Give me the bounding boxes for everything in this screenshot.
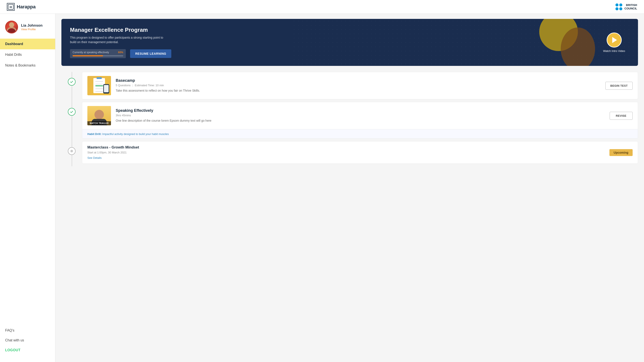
habit-drill-label: Habit Drill: (87, 132, 102, 136)
course-info-speaking: Speaking Effectively 3hrs 45mins One lin… (116, 108, 605, 123)
progress-bar-fill (72, 55, 103, 56)
course-time: Estimated Time: 10 min (135, 84, 164, 87)
play-triangle-icon (612, 37, 617, 43)
sidebar-user-section: Lia Johnson View Profile (0, 14, 55, 39)
meta-separator: | (132, 84, 133, 87)
hero-banner: Manager Excellence Program This program … (62, 19, 638, 66)
course-name-speaking: Speaking Effectively (116, 108, 605, 113)
course-row-masterclass: Masterclass - Growth Mindset Start at 1:… (62, 141, 638, 164)
bc-dot-2 (619, 3, 622, 6)
upcoming-text: Upcoming (614, 151, 628, 154)
sidebar-item-habit-drills[interactable]: Habit Drills (0, 49, 55, 60)
course-meta-basecamp: 5 Questions | Estimated Time: 10 min (116, 84, 601, 87)
hero-description: This program is designed to offer partic… (70, 35, 164, 44)
sidebar-item-faqs[interactable]: FAQ's (0, 326, 55, 335)
course-questions: 5 Questions (116, 84, 130, 87)
clipboard-check (95, 85, 103, 86)
resume-learning-button[interactable]: RESUME LEARNING (130, 49, 171, 58)
sidebar: Lia Johnson View Profile Dashboard Habit… (0, 14, 56, 362)
bc-text: BRITISH COUNCIL (624, 3, 637, 10)
upcoming-badge-wrap: Upcoming (610, 145, 632, 160)
progress-bar-bg (72, 55, 123, 56)
watch-intro-section[interactable]: Watch Intro Video (603, 32, 625, 52)
begin-test-button[interactable]: BEGIN TEST (605, 82, 632, 90)
masterclass-card: Masterclass - Growth Mindset Start at 1:… (82, 141, 638, 164)
bc-dot-3 (616, 7, 618, 10)
upcoming-badge: Upcoming (610, 149, 632, 156)
bc-dot-4 (619, 7, 622, 10)
course-thumb-basecamp (87, 76, 111, 95)
masterclass-name: Masterclass - Growth Mindset (87, 145, 605, 150)
course-card-speaking: WATCH TRAILER Speaking Effectively 3hrs … (82, 102, 638, 139)
course-card-basecamp: Basecamp 5 Questions | Estimated Time: 1… (82, 72, 638, 99)
clipboard-line-2 (95, 84, 103, 84)
progress-label: Currently at speaking effectively 60% (72, 51, 123, 54)
logo-icon: H (7, 3, 14, 11)
course-row-basecamp: Basecamp 5 Questions | Estimated Time: 1… (62, 72, 638, 99)
masterclass-info: Masterclass - Growth Mindset Start at 1:… (87, 145, 605, 160)
habit-drill-text: Habit Drill: Impactful activity designed… (87, 132, 169, 136)
course-name-basecamp: Basecamp (116, 78, 601, 83)
avatar-image (6, 21, 18, 33)
course-card-inner-speaking: WATCH TRAILER Speaking Effectively 3hrs … (82, 102, 638, 129)
topnav: H Harappa BRITISH COUNCIL (0, 0, 644, 14)
logout-button[interactable]: LOGOUT (0, 345, 55, 355)
play-button[interactable] (607, 32, 622, 47)
british-council-logo: BRITISH COUNCIL (616, 3, 637, 10)
timeline-node-speaking (62, 102, 82, 139)
course-desc-speaking: One line description of the course lorem… (116, 119, 605, 123)
course-duration: 3hrs 45mins (116, 114, 131, 117)
user-info: Lia Johnson View Profile (21, 23, 42, 31)
clipboard-line-1 (95, 81, 103, 82)
course-thumb-speaking: WATCH TRAILER (87, 106, 111, 125)
clipboard-line-4 (95, 91, 103, 92)
view-profile-link[interactable]: View Profile (21, 28, 42, 31)
svg-point-7 (94, 110, 104, 119)
course-meta-speaking: 3hrs 45mins (116, 114, 605, 117)
course-info-basecamp: Basecamp 5 Questions | Estimated Time: 1… (116, 78, 601, 93)
timeline-node-masterclass (62, 141, 82, 164)
sidebar-nav: Dashboard Habit Drills Notes & Bookmarks (0, 39, 55, 326)
clipboard-top (96, 77, 102, 79)
check-circle-speaking (68, 108, 76, 116)
course-row-speaking: WATCH TRAILER Speaking Effectively 3hrs … (62, 102, 638, 139)
course-action-speaking: REVISE (610, 112, 632, 120)
bc-dot-1 (616, 3, 618, 6)
progress-text: Currently at speaking effectively (72, 51, 109, 54)
svg-point-5 (9, 22, 14, 27)
user-name: Lia Johnson (21, 23, 42, 28)
avatar (5, 20, 18, 33)
masterclass-inner: Masterclass - Growth Mindset Start at 1:… (82, 141, 638, 163)
sidebar-item-notes-bookmarks[interactable]: Notes & Bookmarks (0, 60, 55, 71)
main-content: Manager Excellence Program This program … (56, 14, 644, 362)
logo[interactable]: H Harappa (7, 3, 36, 11)
habit-drill-content: Impactful activity designed to build you… (102, 132, 169, 136)
watch-trailer-badge[interactable]: WATCH TRAILER (87, 121, 111, 125)
clipboard-line-3 (95, 88, 103, 89)
revise-button[interactable]: REVISE (610, 112, 632, 120)
course-desc-basecamp: Take this assessment to reflect on how y… (116, 89, 601, 93)
svg-text:H: H (10, 5, 12, 9)
habit-drill-row: Habit Drill: Impactful activity designed… (82, 129, 638, 138)
hero-actions: Currently at speaking effectively 60% RE… (70, 49, 207, 58)
course-card-inner-basecamp: Basecamp 5 Questions | Estimated Time: 1… (82, 72, 638, 99)
course-action-basecamp: BEGIN TEST (605, 82, 632, 90)
logo-text: Harappa (17, 4, 36, 10)
sidebar-item-dashboard[interactable]: Dashboard (0, 39, 55, 49)
bc-dots-grid (616, 3, 622, 10)
progress-pct: 60% (118, 51, 123, 54)
sidebar-bottom: FAQ's Chat with us LOGOUT (0, 326, 55, 362)
progress-container: Currently at speaking effectively 60% (70, 49, 126, 58)
hero-content: Manager Excellence Program This program … (70, 27, 207, 58)
empty-circle-masterclass (68, 147, 76, 155)
see-details-link[interactable]: See Details (87, 156, 102, 159)
check-circle-basecamp (68, 78, 76, 86)
watch-intro-label: Watch Intro Video (603, 49, 625, 52)
hero-title: Manager Excellence Program (70, 27, 207, 33)
masterclass-time: Start at 1:00pm, 30 March 2021 (87, 151, 605, 154)
sidebar-item-chat[interactable]: Chat with us (0, 335, 55, 345)
course-section: Basecamp 5 Questions | Estimated Time: 1… (62, 72, 638, 166)
timeline-node-basecamp (62, 72, 82, 99)
